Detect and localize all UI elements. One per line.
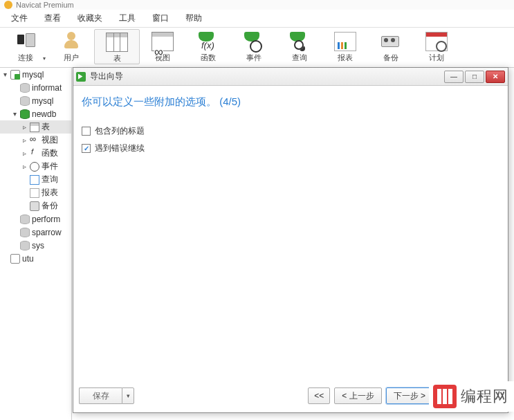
- tree-db-performance[interactable]: perform: [0, 212, 71, 226]
- close-button[interactable]: ✕: [486, 71, 505, 83]
- schedule-icon: [425, 32, 448, 51]
- tree-db-mysql[interactable]: mysql: [0, 94, 71, 107]
- menu-view[interactable]: 查看: [36, 10, 69, 27]
- tree-db-newdb[interactable]: ▾newdb: [0, 107, 71, 120]
- next-button[interactable]: 下一步 >: [386, 387, 433, 404]
- connection-tree[interactable]: ▾mysql informat mysql ▾newdb ▹表 ▹视图 ▹函数 …: [0, 68, 72, 420]
- tree-queries[interactable]: 查询: [0, 173, 71, 186]
- first-button[interactable]: <<: [308, 387, 330, 404]
- tree-db-sys[interactable]: sys: [0, 239, 71, 252]
- save-button[interactable]: 保存: [79, 387, 122, 404]
- db-icon: [20, 214, 30, 224]
- db-icon: [20, 228, 30, 237]
- dialog-titlebar[interactable]: 导出向导 — □ ✕: [73, 68, 508, 86]
- tool-schedule[interactable]: 计划: [414, 29, 459, 63]
- tool-query[interactable]: 查询: [277, 29, 322, 63]
- tool-view[interactable]: 视图: [140, 29, 185, 63]
- server-green-icon: [10, 70, 20, 80]
- tree-functions[interactable]: ▹函数: [0, 147, 71, 160]
- db-icon: [20, 83, 30, 93]
- event-icon: [243, 32, 265, 51]
- server-icon: [10, 254, 20, 264]
- table-small-icon: [30, 122, 39, 132]
- dialog-title: 导出向导: [90, 71, 123, 82]
- tool-table[interactable]: 表: [94, 29, 140, 64]
- tool-report[interactable]: 报表: [322, 29, 368, 63]
- fx-small-icon: [30, 149, 39, 158]
- tool-user[interactable]: 用户: [48, 29, 94, 63]
- app-title: Navicat Premium: [16, 1, 74, 9]
- save-split-button[interactable]: 保存 ▾: [79, 387, 134, 404]
- option-include-header[interactable]: 包含列的标题: [82, 125, 499, 137]
- tree-events[interactable]: ▹事件: [0, 160, 71, 173]
- menu-help[interactable]: 帮助: [177, 10, 210, 27]
- db-icon: [20, 241, 30, 250]
- tree-views[interactable]: ▹视图: [0, 134, 71, 147]
- tool-function[interactable]: 函数: [185, 29, 231, 63]
- menu-tools[interactable]: 工具: [111, 10, 144, 27]
- tree-backups[interactable]: 备份: [0, 199, 71, 212]
- watermark: 编程网: [429, 381, 514, 412]
- menu-file[interactable]: 文件: [3, 10, 36, 27]
- main-toolbar: 连接▾ 用户 表 视图 函数 事件 查询 报表 备份 计划: [0, 28, 514, 68]
- option-continue-on-error-label: 遇到错误继续: [95, 143, 145, 154]
- prev-button[interactable]: < 上一步: [334, 387, 381, 404]
- export-wizard-dialog: 导出向导 — □ ✕ 你可以定义一些附加的选项。 (4/5) 包含列的标题 遇到…: [73, 67, 508, 413]
- db-icon: [20, 96, 30, 106]
- option-continue-on-error[interactable]: 遇到错误继续: [82, 143, 499, 154]
- query-icon: [288, 32, 311, 51]
- save-dropdown[interactable]: ▾: [122, 387, 134, 404]
- checkbox-continue-on-error[interactable]: [82, 144, 91, 153]
- tree-tables[interactable]: ▹表: [0, 120, 71, 134]
- tree-db-information[interactable]: informat: [0, 81, 71, 94]
- export-icon: [76, 72, 86, 82]
- app-titlebar: Navicat Premium: [0, 0, 514, 10]
- db-green-icon: [20, 109, 30, 119]
- clock-small-icon: [30, 162, 39, 172]
- connection-icon: [15, 32, 37, 51]
- tree-server-utu[interactable]: utu: [0, 252, 71, 265]
- report-icon: [334, 32, 356, 51]
- app-icon: [4, 1, 12, 9]
- user-icon: [60, 32, 82, 51]
- checkbox-include-header[interactable]: [82, 127, 91, 136]
- menu-bar: 文件 查看 收藏夹 工具 窗口 帮助: [0, 10, 514, 28]
- table-icon: [106, 33, 128, 52]
- report-small-icon: [30, 188, 39, 198]
- query-small-icon: [30, 175, 39, 185]
- watermark-text: 编程网: [461, 386, 508, 407]
- view-icon: [152, 32, 174, 51]
- wizard-step-heading: 你可以定义一些附加的选项。 (4/5): [82, 95, 499, 109]
- watermark-logo-icon: [433, 385, 457, 408]
- view-small-icon: [30, 136, 39, 145]
- option-include-header-label: 包含列的标题: [95, 125, 145, 137]
- tree-db-sparrow[interactable]: sparrow: [0, 226, 71, 239]
- chevron-down-icon[interactable]: ▾: [43, 55, 46, 62]
- dialog-body: 你可以定义一些附加的选项。 (4/5) 包含列的标题 遇到错误继续: [82, 93, 499, 379]
- tree-server-mysql[interactable]: ▾mysql: [0, 68, 71, 81]
- menu-fav[interactable]: 收藏夹: [69, 10, 111, 27]
- menu-window[interactable]: 窗口: [144, 10, 177, 27]
- backup-small-icon: [30, 201, 39, 211]
- backup-icon: [380, 32, 402, 51]
- function-icon: [197, 32, 219, 51]
- minimize-button[interactable]: —: [444, 71, 463, 83]
- tree-reports[interactable]: 报表: [0, 186, 71, 199]
- tool-backup[interactable]: 备份: [368, 29, 414, 63]
- tool-event[interactable]: 事件: [231, 29, 277, 63]
- maximize-button[interactable]: □: [465, 71, 484, 83]
- tool-connection[interactable]: 连接▾: [3, 29, 48, 63]
